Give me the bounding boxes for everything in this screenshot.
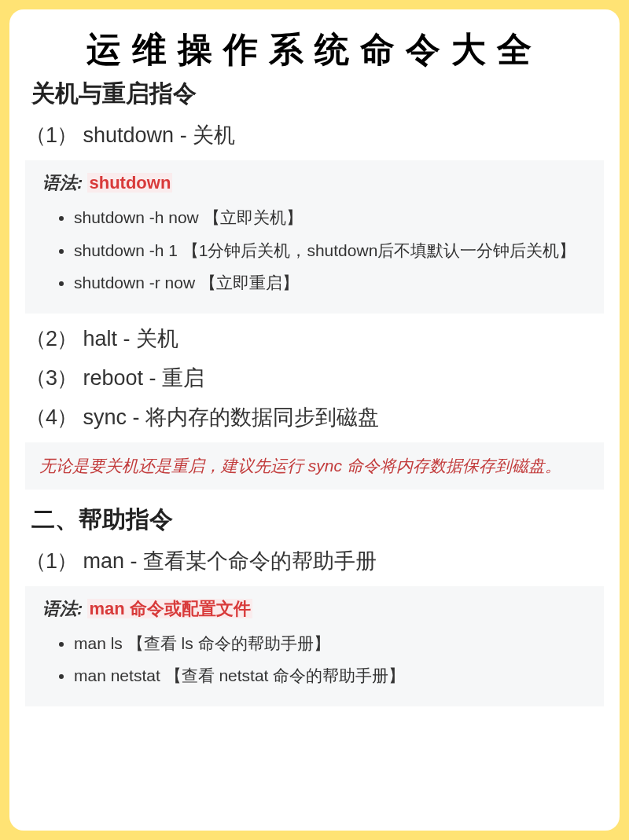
item-text: sync - 将内存的数据同步到磁盘 xyxy=(83,405,380,429)
item-num: （4） xyxy=(25,405,77,429)
cmd-item: （1） man - 查看某个命令的帮助手册 xyxy=(25,547,604,575)
syntax-label: 语法: xyxy=(42,599,83,618)
example-item: shutdown -h 1 【1分钟后关机，shutdown后不填默认一分钟后关… xyxy=(74,237,588,264)
main-title: 运维操作系统命令大全 xyxy=(25,27,604,73)
syntax-cmd: man 命令或配置文件 xyxy=(87,599,252,618)
example-item: man netstat 【查看 netstat 命令的帮助手册】 xyxy=(74,662,588,689)
example-item: shutdown -r now 【立即重启】 xyxy=(74,270,588,296)
cmd-item: （2） halt - 关机 xyxy=(25,325,604,353)
item-text: man - 查看某个命令的帮助手册 xyxy=(83,549,377,573)
syntax-box-shutdown: 语法: shutdown shutdown -h now 【立即关机】 shut… xyxy=(25,160,604,314)
item-num: （1） xyxy=(25,123,77,147)
example-item: man ls 【查看 ls 命令的帮助手册】 xyxy=(74,630,588,657)
syntax-line: 语法: shutdown xyxy=(42,171,588,195)
cmd-item: （1） shutdown - 关机 xyxy=(25,121,604,149)
syntax-line: 语法: man 命令或配置文件 xyxy=(42,597,588,621)
syntax-box-man: 语法: man 命令或配置文件 man ls 【查看 ls 命令的帮助手册】 m… xyxy=(25,586,604,706)
example-list: shutdown -h now 【立即关机】 shutdown -h 1 【1分… xyxy=(42,204,588,296)
item-num: （1） xyxy=(25,549,77,573)
cmd-item: （4） sync - 将内存的数据同步到磁盘 xyxy=(25,403,604,431)
item-num: （3） xyxy=(25,366,77,390)
cmd-item: （3） reboot - 重启 xyxy=(25,364,604,392)
item-num: （2） xyxy=(25,327,77,350)
example-item: shutdown -h now 【立即关机】 xyxy=(74,204,588,231)
item-text: shutdown - 关机 xyxy=(83,123,236,147)
syntax-cmd: shutdown xyxy=(87,173,172,193)
item-text: halt - 关机 xyxy=(83,327,179,350)
section-heading-2: 二、帮助指令 xyxy=(31,504,604,536)
example-list: man ls 【查看 ls 命令的帮助手册】 man netstat 【查看 n… xyxy=(42,630,588,689)
syntax-label: 语法: xyxy=(42,173,83,193)
tip-box: 无论是要关机还是重启，建议先运行 sync 命令将内存数据保存到磁盘。 xyxy=(25,442,604,490)
item-text: reboot - 重启 xyxy=(83,366,205,390)
content-card: 运维操作系统命令大全 关机与重启指令 （1） shutdown - 关机 语法:… xyxy=(9,9,620,831)
section-heading-1: 关机与重启指令 xyxy=(31,78,604,110)
